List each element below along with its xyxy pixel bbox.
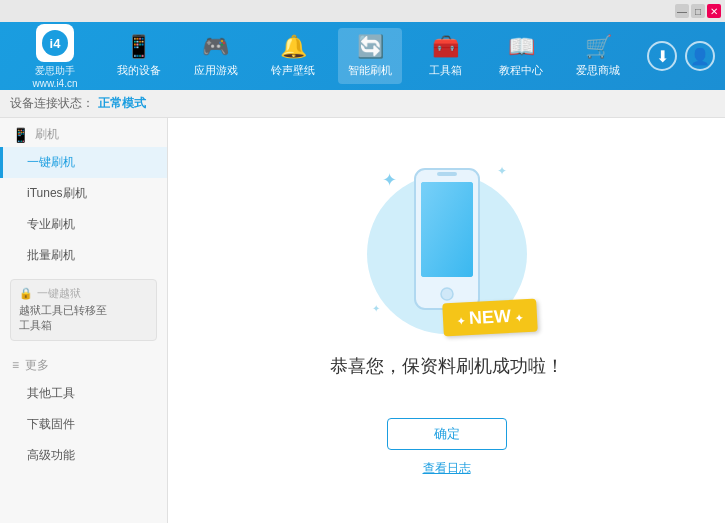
sidebar: 📱 刷机 一键刷机 iTunes刷机 专业刷机 批量刷机 🔒 一键越狱 越狱工具… xyxy=(0,118,168,523)
nav-item-my-device[interactable]: 📱 我的设备 xyxy=(107,28,171,84)
title-bar: — □ ✕ xyxy=(0,0,725,22)
sidebar-item-batch-flash[interactable]: 批量刷机 xyxy=(0,240,167,271)
svg-rect-5 xyxy=(437,172,457,176)
sparkle-top-right: ✦ xyxy=(497,164,507,178)
nav-actions: ⬇ 👤 xyxy=(647,41,715,71)
ringtone-label: 铃声壁纸 xyxy=(271,63,315,78)
ringtone-icon: 🔔 xyxy=(280,34,307,60)
success-illustration: ✦ ✦ ✦ xyxy=(330,164,564,398)
top-navigation: i4 爱思助手 www.i4.cn 📱 我的设备 🎮 应用游戏 🔔 铃声壁纸 🔄… xyxy=(0,22,725,90)
success-message: 恭喜您，保资料刷机成功啦！ xyxy=(330,354,564,378)
sparkle-top-left: ✦ xyxy=(382,169,397,191)
logo-icon: i4 xyxy=(36,24,74,62)
nav-item-shop[interactable]: 🛒 爱思商城 xyxy=(566,28,630,84)
shop-icon: 🛒 xyxy=(585,34,612,60)
nav-item-flash[interactable]: 🔄 智能刷机 xyxy=(338,28,402,84)
svg-rect-4 xyxy=(421,182,473,277)
svg-point-6 xyxy=(441,288,453,300)
jailbreak-moved-text: 越狱工具已转移至工具箱 xyxy=(19,303,148,334)
new-badge: NEW xyxy=(442,299,538,337)
apps-icon: 🎮 xyxy=(202,34,229,60)
sidebar-section-flash: 📱 刷机 xyxy=(0,118,167,147)
nav-items: 📱 我的设备 🎮 应用游戏 🔔 铃声壁纸 🔄 智能刷机 🧰 工具箱 📖 教程中心… xyxy=(100,28,637,84)
close-button[interactable]: ✕ xyxy=(707,4,721,18)
nav-item-tutorials[interactable]: 📖 教程中心 xyxy=(489,28,553,84)
logo-area[interactable]: i4 爱思助手 www.i4.cn xyxy=(10,24,100,89)
tutorials-icon: 📖 xyxy=(508,34,535,60)
flash-section-icon: 📱 xyxy=(12,127,29,143)
flash-label: 智能刷机 xyxy=(348,63,392,78)
confirm-button[interactable]: 确定 xyxy=(387,418,507,450)
sidebar-more-header: ≡ 更多 xyxy=(0,349,167,378)
status-value: 正常模式 xyxy=(98,95,146,112)
lock-icon-row: 🔒 一键越狱 xyxy=(19,286,148,301)
phone-wrapper: ✦ ✦ ✦ xyxy=(367,164,527,344)
sidebar-item-pro-flash[interactable]: 专业刷机 xyxy=(0,209,167,240)
tools-label: 工具箱 xyxy=(429,63,462,78)
apps-label: 应用游戏 xyxy=(194,63,238,78)
nav-item-tools[interactable]: 🧰 工具箱 xyxy=(416,28,476,84)
lock-jailbreak-section: 🔒 一键越狱 越狱工具已转移至工具箱 xyxy=(10,279,157,341)
user-action-button[interactable]: 👤 xyxy=(685,41,715,71)
sidebar-item-one-click-flash[interactable]: 一键刷机 xyxy=(0,147,167,178)
logo-brand: 爱思助手 xyxy=(35,64,75,78)
content-area: ✦ ✦ ✦ xyxy=(168,118,725,523)
view-today-link[interactable]: 查看日志 xyxy=(423,460,471,477)
sidebar-item-itunes-flash[interactable]: iTunes刷机 xyxy=(0,178,167,209)
maximize-button[interactable]: □ xyxy=(691,4,705,18)
sidebar-item-download-firmware[interactable]: 下载固件 xyxy=(0,409,167,440)
status-bar: 设备连接状态： 正常模式 xyxy=(0,90,725,118)
my-device-label: 我的设备 xyxy=(117,63,161,78)
main-area: 📱 刷机 一键刷机 iTunes刷机 专业刷机 批量刷机 🔒 一键越狱 越狱工具… xyxy=(0,118,725,523)
flash-section-label: 刷机 xyxy=(35,126,59,143)
phone-svg xyxy=(407,164,487,314)
more-icon: ≡ xyxy=(12,358,19,372)
shop-label: 爱思商城 xyxy=(576,63,620,78)
minimize-button[interactable]: — xyxy=(675,4,689,18)
flash-icon: 🔄 xyxy=(357,34,384,60)
jailbreak-label: 一键越狱 xyxy=(37,286,81,301)
logo-url: www.i4.cn xyxy=(32,78,77,89)
status-label: 设备连接状态： xyxy=(10,95,94,112)
sidebar-item-other-tools[interactable]: 其他工具 xyxy=(0,378,167,409)
my-device-icon: 📱 xyxy=(125,34,152,60)
sidebar-item-advanced[interactable]: 高级功能 xyxy=(0,440,167,471)
download-action-button[interactable]: ⬇ xyxy=(647,41,677,71)
tools-icon: 🧰 xyxy=(432,34,459,60)
nav-item-apps[interactable]: 🎮 应用游戏 xyxy=(184,28,248,84)
lock-icon: 🔒 xyxy=(19,287,33,300)
nav-item-ringtone[interactable]: 🔔 铃声壁纸 xyxy=(261,28,325,84)
tutorials-label: 教程中心 xyxy=(499,63,543,78)
more-label: 更多 xyxy=(25,357,49,374)
svg-text:i4: i4 xyxy=(50,36,62,51)
sparkle-bottom-left: ✦ xyxy=(372,303,380,314)
